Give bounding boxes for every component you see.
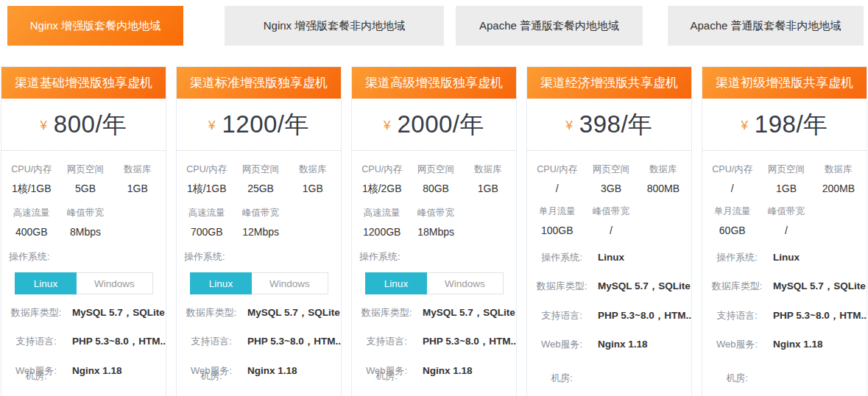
detail-label: 机房: — [359, 369, 414, 383]
detail-value: MySQL 5.7，SQLite — [72, 305, 165, 320]
detail-label: 机房: — [710, 371, 764, 386]
spec-value: 1核/2GB — [356, 183, 407, 196]
detail-value: Nginx 1.18 — [423, 364, 473, 378]
spec-value: 1核/1GB — [6, 183, 57, 196]
spec-database: 数据库 200MB — [815, 163, 862, 194]
price-amount: 800 — [54, 110, 96, 138]
detail-languages: 支持语言: PHP 5.3~8.0，HTM... — [184, 334, 336, 349]
price-unit: /年 — [621, 108, 652, 141]
windows-button[interactable]: Windows — [427, 272, 504, 294]
linux-button[interactable]: Linux — [365, 272, 427, 294]
detail-value: Linux — [598, 250, 624, 265]
specs-grid: CPU/内存 1核/1GB 网页空间 25GB 数据库 1GB 高速流量 700… — [177, 151, 341, 238]
os-label: 操作系统: — [9, 250, 166, 264]
spec-web-space: 网页空间 1GB — [758, 163, 814, 194]
spec-value: 400GB — [6, 226, 57, 238]
spec-value: 3GB — [582, 183, 639, 194]
linux-button[interactable]: Linux — [190, 272, 252, 294]
windows-button[interactable]: Windows — [77, 272, 153, 294]
tab-apache-standard-mainland[interactable]: Apache 普通版套餐内地地域 — [456, 6, 643, 46]
spec-value: 1GB — [289, 183, 336, 194]
spec-value: 700GB — [181, 226, 232, 238]
plan-price: ¥ 198 /年 — [702, 99, 867, 151]
spec-label: CPU/内存 — [181, 163, 232, 176]
spec-label: CPU/内存 — [6, 163, 57, 176]
detail-value: Nginx 1.18 — [598, 337, 648, 352]
tab-nginx-enhanced-non-mainland[interactable]: Nginx 增强版套餐非内地地域 — [225, 6, 444, 46]
detail-value: PHP 5.3~8.0，HTM... — [247, 334, 342, 349]
spec-value: / — [758, 224, 814, 236]
spec-database: 数据库 1GB — [114, 163, 161, 196]
spec-web-space: 网页空间 3GB — [582, 163, 639, 194]
detail-db-type: 数据库类型: MySQL 5.7，SQLite — [710, 279, 862, 294]
plan-card-economy: 渠道经济增强版共享虚机 ¥ 398 /年 CPU/内存 / 网页空间 3GB 数… — [526, 66, 692, 396]
detail-languages: 支持语言: PHP 5.3~8.0，HTM... — [710, 308, 862, 323]
spec-value: 8Mbps — [57, 226, 113, 238]
detail-value: MySQL 5.7，SQLite — [247, 305, 340, 320]
detail-label: 支持语言: — [534, 308, 589, 323]
spec-bandwidth: 峰值带宽 12Mbps — [232, 207, 289, 238]
spec-traffic: 单月流量 60GB — [707, 205, 758, 236]
spec-value: 100GB — [532, 224, 582, 236]
spec-label: 峰值带宽 — [232, 207, 289, 219]
detail-label: 数据库类型: — [710, 279, 764, 294]
price-amount: 1200 — [222, 110, 277, 138]
tab-nginx-enhanced-mainland[interactable]: Nginx 增强版套餐内地地域 — [7, 6, 183, 46]
os-toggle: Linux Windows — [190, 272, 328, 294]
spec-label: 峰值带宽 — [758, 205, 814, 218]
spec-label: 网页空间 — [407, 163, 464, 176]
spec-label: CPU/内存 — [532, 163, 582, 176]
spec-label: 数据库 — [465, 163, 512, 176]
spec-cpu-memory: CPU/内存 / — [707, 163, 758, 194]
spec-bandwidth: 峰值带宽 18Mbps — [407, 207, 464, 238]
specs-grid: CPU/内存 / 网页空间 3GB 数据库 800MB 单月流量 100GB 峰… — [527, 151, 691, 236]
detail-label: 机房: — [184, 369, 239, 383]
detail-db-type: 数据库类型: MySQL 5.7，SQLite — [9, 305, 161, 320]
plan-price: ¥ 398 /年 — [527, 99, 691, 151]
spec-label: 峰值带宽 — [582, 205, 639, 218]
spec-value: 12Mbps — [232, 226, 289, 238]
spec-value: / — [532, 183, 582, 194]
spec-web-space: 网页空间 5GB — [57, 163, 113, 196]
currency-symbol: ¥ — [384, 119, 390, 133]
spec-web-space: 网页空间 80GB — [407, 163, 464, 196]
currency-symbol: ¥ — [208, 119, 215, 133]
spec-cpu-memory: CPU/内存 / — [532, 163, 582, 194]
plan-price: ¥ 1200 /年 — [177, 99, 341, 151]
spec-label: 数据库 — [114, 163, 161, 176]
detail-value: MySQL 5.7，SQLite — [598, 279, 691, 294]
spec-label: 高速流量 — [356, 207, 407, 219]
currency-symbol: ¥ — [565, 119, 572, 133]
linux-button[interactable]: Linux — [15, 272, 77, 294]
specs-grid: CPU/内存 1核/1GB 网页空间 5GB 数据库 1GB 高速流量 400G… — [1, 151, 166, 238]
spec-database: 数据库 1GB — [465, 163, 512, 196]
detail-label: 支持语言: — [9, 334, 63, 349]
plan-card-advanced: 渠道高级增强版独享虚机 ¥ 2000 /年 CPU/内存 1核/2GB 网页空间… — [351, 66, 517, 396]
detail-label: 支持语言: — [184, 334, 239, 349]
detail-value: PHP 5.3~8.0，HTM... — [598, 308, 692, 323]
price-unit: /年 — [95, 108, 127, 141]
spec-bandwidth: 峰值带宽 / — [582, 205, 639, 236]
price-amount: 398 — [579, 110, 621, 138]
price-amount: 2000 — [397, 110, 452, 138]
spec-label: 单月流量 — [707, 205, 758, 218]
price-unit: /年 — [796, 108, 828, 141]
detail-web-server: Web服务: Nginx 1.18 — [710, 337, 862, 352]
detail-label: 支持语言: — [359, 334, 414, 349]
spec-label: 网页空间 — [57, 163, 113, 176]
tab-apache-standard-non-mainland[interactable]: Apache 普通版套餐非内地地域 — [668, 6, 864, 46]
detail-value: Linux — [773, 250, 800, 265]
detail-label: Web服务: — [710, 337, 764, 352]
spec-traffic: 高速流量 1200GB — [356, 207, 407, 238]
spec-value: 1GB — [465, 183, 512, 194]
windows-button[interactable]: Windows — [252, 272, 328, 294]
os-toggle: Linux Windows — [15, 272, 153, 294]
detail-value: Nginx 1.18 — [72, 364, 122, 378]
spec-value: / — [707, 183, 758, 194]
plan-price: ¥ 800 /年 — [1, 99, 166, 151]
plan-tab-bar: Nginx 增强版套餐内地地域 Nginx 增强版套餐非内地地域 Apache … — [7, 6, 868, 46]
spec-web-space: 网页空间 25GB — [232, 163, 289, 196]
spec-label: 单月流量 — [532, 205, 582, 218]
spec-label: 网页空间 — [582, 163, 639, 176]
detail-value: Nginx 1.18 — [773, 337, 823, 352]
